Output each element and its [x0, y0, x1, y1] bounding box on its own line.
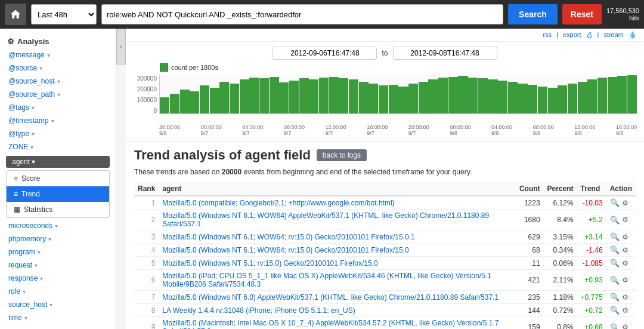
- chart-bar: [408, 84, 418, 113]
- chart-bar: [438, 78, 448, 113]
- search-input[interactable]: [101, 4, 503, 24]
- cell-trend: -1.46: [577, 244, 606, 257]
- cell-percent: 0.72%: [544, 304, 577, 317]
- cell-count: 11: [516, 257, 544, 270]
- cell-agent[interactable]: Mozilla/5.0 (Windows NT 6.1; WOW64) Appl…: [159, 210, 516, 230]
- date-range-row: to: [133, 47, 637, 60]
- sidebar-item-source-path[interactable]: @source_path ▾: [0, 88, 116, 101]
- cell-agent[interactable]: Mozilla/5.0 (Windows NT 6.0) AppleWebKit…: [159, 291, 516, 304]
- gear-action-icon[interactable]: ⚙: [622, 246, 628, 254]
- chart-bar: [617, 76, 627, 113]
- dropdown-score[interactable]: ≡ Score: [7, 171, 109, 186]
- chart-bar: [508, 82, 518, 113]
- gear-action-icon[interactable]: ⚙: [622, 306, 628, 315]
- trend-title: Trend analysis of agent field back to lo…: [134, 147, 636, 163]
- analysis-section-title: ⚙ Analysis: [0, 33, 116, 48]
- cell-trend: +0.72: [577, 304, 606, 317]
- sidebar-item-zone[interactable]: ZONE ▾: [0, 140, 116, 153]
- chart-bar: [299, 78, 309, 113]
- main-layout: ⚙ Analysis @message ▾ @source ▾ @source_…: [0, 29, 644, 329]
- cell-agent[interactable]: Mozilla/5.0 (iPad; CPU OS 5_1_1 like Mac…: [159, 270, 516, 291]
- chart-bar: [528, 85, 537, 113]
- dropdown-statistics[interactable]: ▦ Statistics: [7, 202, 109, 217]
- cell-action: 🔍 ⚙: [606, 244, 636, 257]
- cell-count: 159: [516, 317, 544, 330]
- sidebar-item-time[interactable]: time ▾: [0, 311, 116, 324]
- sidebar-item-type[interactable]: @type ▾: [0, 127, 116, 140]
- search-action-icon[interactable]: 🔍: [610, 276, 620, 285]
- cell-action: 🔍 ⚙: [606, 196, 636, 210]
- cell-action: 🔍 ⚙: [606, 317, 636, 330]
- cell-count: 68: [516, 244, 544, 257]
- home-button[interactable]: [5, 4, 26, 25]
- gear-action-icon[interactable]: ⚙: [622, 293, 628, 302]
- chart-bar: [339, 78, 348, 113]
- sidebar-item-phpmemory[interactable]: phpmemory ▾: [0, 232, 116, 245]
- cell-agent[interactable]: Mozilla/5.0 (compatible; Googlebot/2.1; …: [159, 196, 516, 210]
- time-range-select[interactable]: Last 48h Last 24h Last 7d Last 30d: [31, 4, 97, 24]
- cell-agent[interactable]: Mozilla/5.0 (Macintosh; Intel Mac OS X 1…: [159, 317, 516, 330]
- gear-action-icon[interactable]: ⚙: [622, 323, 628, 329]
- sidebar-item-program[interactable]: program ▾: [0, 245, 116, 259]
- sidebar-item-request[interactable]: request ▾: [0, 259, 116, 272]
- score-icon: ≡: [14, 174, 18, 183]
- data-table: Rank agent Count Percent Trend Action 1 …: [134, 182, 636, 329]
- cell-agent[interactable]: LA Weekly 1.4.4 rv:31048 (iPhone; iPhone…: [159, 304, 516, 317]
- chevron-icon: ▾: [39, 65, 42, 72]
- cell-percent: 0.8%: [544, 317, 577, 330]
- gear-action-icon[interactable]: ⚙: [622, 276, 628, 284]
- sidebar-collapse-button[interactable]: ‹: [116, 29, 126, 64]
- reset-button[interactable]: Reset: [562, 4, 602, 24]
- sidebar-item-message[interactable]: @message ▾: [0, 48, 116, 62]
- printer-icon: 🖨: [586, 31, 593, 39]
- sidebar-item-source-host2[interactable]: source_host ▾: [0, 298, 116, 311]
- gear-action-icon[interactable]: ⚙: [622, 259, 628, 267]
- sidebar-item-source-host[interactable]: @source_host ▾: [0, 75, 116, 88]
- rss-link[interactable]: rss: [543, 31, 552, 39]
- search-action-icon[interactable]: 🔍: [610, 216, 620, 225]
- dropdown-trend[interactable]: ≡ Trend: [7, 186, 109, 202]
- chart-bar: [398, 87, 408, 113]
- cell-agent[interactable]: Mozilla/5.0 (Windows NT 6.1; WOW64; rv:1…: [159, 244, 516, 257]
- search-button[interactable]: Search: [508, 4, 558, 24]
- back-to-logs-button[interactable]: back to logs: [317, 149, 367, 161]
- col-trend: Trend: [577, 182, 606, 196]
- sidebar-item-source[interactable]: @source ▾: [0, 62, 116, 75]
- gear-action-icon[interactable]: ⚙: [622, 199, 628, 207]
- sidebar-item-tags[interactable]: @tags ▾: [0, 101, 116, 114]
- search-action-icon[interactable]: 🔍: [610, 232, 620, 241]
- chevron-icon: ▾: [35, 262, 38, 269]
- cell-agent[interactable]: Mozilla/5.0 (Windows NT 5.1; rv:15.0) Ge…: [159, 257, 516, 270]
- chart-bar: [259, 78, 269, 113]
- cell-trend: +0.775: [577, 291, 606, 304]
- chart-bar: [349, 79, 358, 113]
- cell-percent: 1.18%: [544, 291, 577, 304]
- stream-link[interactable]: stream: [603, 31, 624, 39]
- chart-y-labels: 300000 200000 100000 0: [133, 75, 158, 114]
- date-from-input[interactable]: [273, 47, 377, 60]
- sidebar-item-microseconds[interactable]: microseconds ▾: [0, 219, 116, 232]
- cell-agent[interactable]: Mozilla/5.0 (Windows NT 6.1; WOW64; rv:1…: [159, 230, 516, 244]
- search-action-icon[interactable]: 🔍: [610, 245, 620, 254]
- search-action-icon[interactable]: 🔍: [610, 323, 620, 330]
- col-action: Action: [606, 182, 636, 196]
- search-action-icon[interactable]: 🔍: [610, 198, 620, 207]
- cell-action: 🔍 ⚙: [606, 304, 636, 317]
- sidebar-item-response[interactable]: response ▾: [0, 272, 116, 285]
- chart-bar: [359, 82, 369, 113]
- export-link[interactable]: export: [563, 31, 581, 39]
- gear-action-icon[interactable]: ⚙: [622, 216, 628, 224]
- date-to-input[interactable]: [393, 47, 497, 60]
- table-body: 1 Mozilla/5.0 (compatible; Googlebot/2.1…: [134, 196, 636, 329]
- chart-bar: [319, 78, 329, 113]
- search-action-icon[interactable]: 🔍: [610, 293, 620, 302]
- chevron-icon: ▾: [57, 91, 60, 98]
- sidebar-item-timestamp[interactable]: @timestamp ▾: [0, 114, 116, 127]
- search-action-icon[interactable]: 🔍: [610, 306, 620, 315]
- cell-percent: 2.11%: [544, 270, 577, 291]
- cell-trend: -10.03: [577, 196, 606, 210]
- agent-dropdown-trigger[interactable]: agent ▾: [6, 156, 110, 168]
- search-action-icon[interactable]: 🔍: [610, 259, 620, 267]
- gear-action-icon[interactable]: ⚙: [622, 233, 628, 241]
- sidebar-item-role[interactable]: role ▾: [0, 285, 116, 298]
